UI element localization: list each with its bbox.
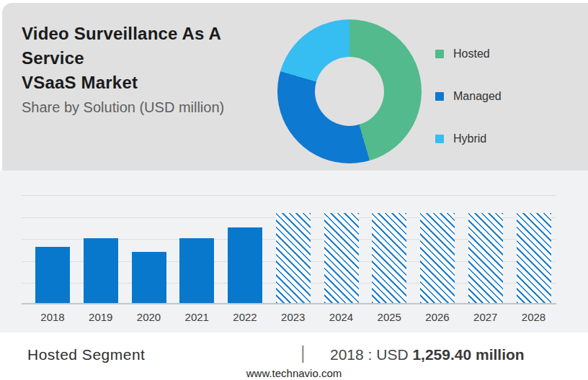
bar-chart-section: 2018201920202021202220232024202520262027… xyxy=(0,171,588,332)
year-label-2026: 2026 xyxy=(414,311,461,323)
legend-swatch-icon xyxy=(435,135,444,143)
title-line-1: Video Surveillance As A Service xyxy=(22,22,274,71)
donut-chart xyxy=(277,19,422,163)
legend-item-hybrid: Hybrid xyxy=(435,132,502,145)
legend-label: Managed xyxy=(453,90,502,103)
legend-swatch-icon xyxy=(435,50,444,58)
legend-swatch-icon xyxy=(435,92,444,101)
value-amount: 1,259.40 million xyxy=(412,346,524,363)
donut-legend: HostedManagedHybrid xyxy=(435,48,502,145)
bar-2021 xyxy=(179,238,214,303)
bar-2028-forecast xyxy=(517,213,551,303)
legend-item-managed: Managed xyxy=(435,90,502,103)
year-label-2021: 2021 xyxy=(173,311,220,323)
divider-bar: | xyxy=(300,343,306,363)
infographic-root: Video Surveillance As A Service VSaaS Ma… xyxy=(0,0,588,380)
year-label-2024: 2024 xyxy=(318,311,365,323)
year-label-2028: 2028 xyxy=(510,311,558,323)
year-label-2018: 2018 xyxy=(29,311,76,323)
bar-2026-forecast xyxy=(420,213,455,303)
title-block: Video Surveillance As A Service VSaaS Ma… xyxy=(22,22,274,116)
bar-2024-forecast xyxy=(324,213,359,303)
bar-2018 xyxy=(35,247,70,303)
year-label-2019: 2019 xyxy=(77,311,125,323)
donut-hole xyxy=(315,57,384,126)
year-label-2025: 2025 xyxy=(365,311,413,323)
chart-subtitle: Share by Solution (USD million) xyxy=(22,99,274,116)
website-url: www.technavio.com xyxy=(0,367,588,379)
bar-2019 xyxy=(84,238,118,303)
legend-label: Hybrid xyxy=(453,132,486,145)
segment-label: Hosted Segment xyxy=(27,346,145,363)
legend-label: Hosted xyxy=(453,48,490,60)
bar-2027-forecast xyxy=(468,213,503,303)
bar-chart-plot-area xyxy=(22,171,556,304)
year-label-2020: 2020 xyxy=(125,311,173,323)
year-label-2023: 2023 xyxy=(270,311,317,323)
bar-2022 xyxy=(228,227,262,303)
year-label-2022: 2022 xyxy=(221,311,269,323)
bar-2023-forecast xyxy=(276,213,311,303)
header-banner: Video Surveillance As A Service VSaaS Ma… xyxy=(2,3,588,171)
footer-strip: Hosted Segment | 2018 : USD 1,259.40 mil… xyxy=(0,332,588,380)
gridline xyxy=(22,195,556,196)
legend-item-hosted: Hosted xyxy=(435,48,502,60)
page-title: Video Surveillance As A Service VSaaS Ma… xyxy=(22,22,274,95)
bar-2020 xyxy=(132,252,166,303)
value-prefix: 2018 : USD xyxy=(330,346,412,363)
year-label-2027: 2027 xyxy=(462,311,509,323)
value-line: 2018 : USD 1,259.40 million xyxy=(330,346,525,363)
bar-2025-forecast xyxy=(372,213,406,303)
title-line-2: VSaaS Market xyxy=(22,71,274,95)
